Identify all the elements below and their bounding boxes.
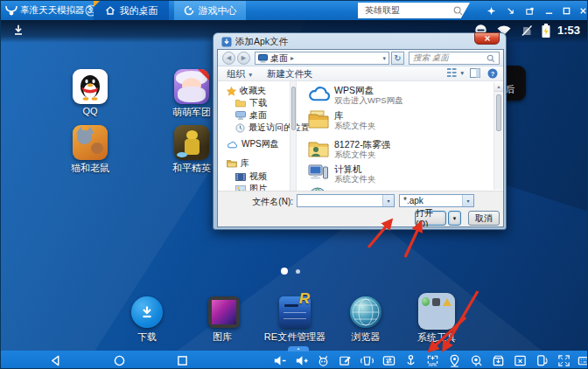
sidebar-item-videos[interactable]: 视频 — [235, 171, 267, 183]
dock-icon-download[interactable] — [131, 296, 163, 328]
shake-icon — [360, 353, 374, 368]
volume-down-button[interactable] — [271, 352, 287, 368]
dialog-close-button[interactable] — [474, 32, 500, 45]
game-helper-button[interactable] — [315, 352, 331, 368]
dock-icon-re-file-manager[interactable]: R — [279, 296, 311, 328]
scrollbar-thumb[interactable] — [496, 94, 501, 131]
sidebar-item-favorites[interactable]: 收藏夹 — [227, 85, 266, 97]
computer-icon — [307, 162, 330, 184]
volume-up-button[interactable] — [293, 352, 309, 368]
dialog-titlebar[interactable]: 添加Apk文件 — [221, 36, 288, 48]
app-icon-peace-elite[interactable] — [174, 125, 209, 160]
dock-label: 图库 — [182, 331, 262, 344]
cancel-label: 取消 — [475, 212, 493, 225]
close-button[interactable] — [576, 3, 588, 17]
minimize-button[interactable] — [542, 3, 556, 17]
filename-input[interactable] — [298, 196, 382, 205]
virtual-keyboard-button[interactable] — [577, 352, 588, 368]
maximize-icon — [562, 6, 571, 16]
resolution-switch-button[interactable] — [381, 352, 396, 368]
shake-button[interactable] — [359, 352, 374, 368]
breadcrumb-arrow-icon: ▸ — [290, 54, 294, 62]
tab-game-center[interactable]: 游戏中心 — [174, 1, 246, 20]
dock-icon-system-tools[interactable] — [418, 293, 455, 330]
combo-arrow-icon[interactable]: ▾ — [382, 195, 394, 206]
tab-my-desktop[interactable]: 我的桌面 — [94, 1, 169, 20]
file-item-wps-cloud[interactable]: WPS网盘 双击进入WPS网盘 — [298, 82, 493, 108]
app-icon-tom-jerry[interactable] — [73, 125, 108, 160]
filelist-scrollbar[interactable]: ▲ — [494, 82, 502, 190]
panel-line — [284, 318, 306, 319]
dock-icon-browser[interactable] — [350, 296, 382, 328]
libraries-icon — [307, 108, 330, 131]
virtual-location-button[interactable] — [446, 352, 462, 368]
refresh-button[interactable]: ↻ — [391, 52, 404, 65]
organize-label: 组织 — [227, 68, 245, 80]
address-bar[interactable]: 桌面 ▸ ▾ — [255, 52, 389, 65]
sidebar-item-downloads[interactable]: 下载 — [235, 97, 267, 109]
forward-button[interactable]: ► — [237, 52, 250, 65]
open-dropdown-button[interactable]: ▼ — [448, 211, 461, 226]
home-icon — [105, 5, 116, 16]
sidebar-item-desktop[interactable]: 桌面 — [235, 109, 267, 122]
close-all-windows-button[interactable] — [512, 352, 528, 368]
taskbar-handle[interactable]: ▴ — [288, 346, 309, 352]
address-dropdown-icon[interactable]: ▾ — [382, 55, 386, 62]
file-item-libraries[interactable]: 库 系统文件夹 — [298, 108, 493, 133]
star-icon — [486, 6, 496, 16]
app-icon-qq[interactable] — [73, 69, 108, 104]
sidebar-item-wps-cloud[interactable]: WPS网盘 — [227, 138, 279, 150]
combo-arrow-icon[interactable]: ▾ — [462, 195, 473, 206]
box-download-icon — [491, 353, 506, 368]
dialog-footer: 文件名(N): ▾ *.apk ▾ 打开(O) ▼ 取消 — [218, 191, 503, 227]
emulator-window: 辜淮天天模拟器 3.2.2 我的桌面 游戏中心 英雄联盟 — [0, 0, 588, 369]
views-button[interactable]: ▼ — [447, 68, 465, 78]
dock-label: 下载 — [107, 331, 187, 344]
help-button[interactable]: ? — [487, 68, 498, 79]
window-titlebar[interactable]: 辜淮天天模拟器 3.2.2 我的桌面 游戏中心 英雄联盟 — [1, 1, 588, 20]
location-pin-icon — [447, 353, 462, 368]
android-back-button[interactable] — [47, 352, 63, 368]
preview-pane-button[interactable] — [470, 68, 480, 78]
filename-combobox[interactable]: ▾ — [297, 194, 395, 207]
app-install-box-button[interactable] — [490, 352, 506, 368]
keymapping-button[interactable] — [402, 352, 418, 368]
app-label: QQ — [62, 106, 118, 116]
file-item-user-folder[interactable]: 81272-陈雾强 系统文件夹 — [298, 136, 493, 162]
scroll-up-button[interactable]: ▲ — [494, 82, 503, 92]
maximize-button[interactable] — [559, 3, 574, 17]
shrink-window-button[interactable] — [503, 3, 518, 17]
cancel-button[interactable]: 取消 — [468, 211, 500, 226]
screenshot-button[interactable] — [337, 352, 353, 368]
install-apk-button[interactable]: APK — [424, 352, 440, 368]
filetype-combobox[interactable]: *.apk ▾ — [399, 194, 474, 207]
svg-text:APK: APK — [428, 363, 437, 367]
open-label: 打开(O) — [416, 207, 445, 227]
app-icon-mengmeng[interactable] — [174, 69, 209, 104]
sidebar-label: 收藏夹 — [240, 85, 266, 97]
search-value: 英雄联盟 — [365, 4, 453, 17]
new-folder-label: 新建文件夹 — [267, 68, 313, 80]
new-folder-button[interactable]: 新建文件夹 — [267, 68, 313, 80]
android-recents-button[interactable] — [174, 352, 190, 368]
file-desc: 系统文件夹 — [334, 150, 376, 161]
sidebar-item-libraries[interactable]: 库 — [227, 157, 249, 170]
dock-icon-gallery[interactable] — [208, 296, 240, 328]
mini-mode-button[interactable] — [522, 3, 537, 17]
screen-record-button[interactable] — [468, 352, 484, 368]
android-home-button[interactable] — [111, 352, 127, 368]
dock-label: RE文件管理器 — [255, 331, 335, 344]
install-apk-icon: APK — [425, 353, 440, 368]
scrollbar-thumb[interactable] — [291, 87, 296, 130]
rotate-screen-button[interactable] — [534, 352, 550, 368]
back-button[interactable]: ◄ — [222, 52, 235, 65]
organize-menu[interactable]: 组织 ▼ — [227, 68, 253, 80]
fullscreen-button[interactable] — [556, 352, 571, 368]
file-item-computer[interactable]: 计算机 系统文件夹 — [298, 161, 493, 186]
game-search-box[interactable]: 英雄联盟 — [358, 3, 470, 18]
sidebar-scrollbar[interactable] — [290, 81, 297, 191]
recents-square-icon — [177, 355, 188, 366]
open-button[interactable]: 打开(O) — [415, 211, 446, 226]
boss-key-button[interactable] — [484, 3, 499, 17]
dialog-search-box[interactable]: 搜索 桌面 — [409, 52, 500, 65]
